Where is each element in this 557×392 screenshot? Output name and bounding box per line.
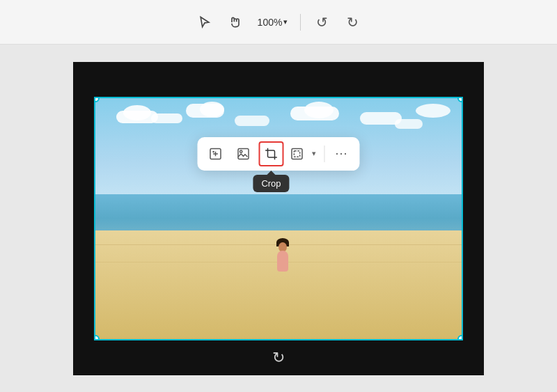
- zoom-chevron-icon: ▾: [283, 17, 288, 26]
- handle-bottom-right[interactable]: [457, 335, 463, 340]
- replace-image-button[interactable]: [231, 141, 256, 166]
- svg-rect-2: [238, 148, 249, 159]
- add-image-button[interactable]: [203, 141, 228, 166]
- svg-point-1: [212, 150, 214, 152]
- beach-image: [95, 98, 462, 339]
- svg-rect-5: [294, 150, 299, 156]
- zoom-value: 100%: [258, 17, 283, 28]
- mask-dropdown-button[interactable]: ▾: [308, 141, 320, 166]
- mask-button-group: ▾: [287, 141, 320, 166]
- top-toolbar: 100% ▾ ↺ ↻: [0, 0, 557, 45]
- redo-button[interactable]: ↻: [340, 10, 365, 35]
- select-tool-button[interactable]: [192, 10, 217, 35]
- toolbar-divider: [300, 14, 301, 31]
- redo-icon: ↻: [347, 14, 359, 31]
- bottom-bar: ↻: [73, 340, 484, 375]
- svg-rect-4: [292, 148, 302, 159]
- zoom-selector[interactable]: 100% ▾: [253, 14, 292, 31]
- canvas-area: ↻: [0, 45, 557, 392]
- undo-icon: ↺: [316, 14, 328, 31]
- mask-button[interactable]: [287, 141, 308, 166]
- person: [272, 237, 294, 272]
- more-options-button[interactable]: ···: [329, 141, 354, 166]
- floating-toolbar: Crop ▾ ···: [198, 137, 360, 171]
- slide-container: ↻: [73, 62, 484, 375]
- crop-button[interactable]: Crop: [259, 141, 284, 166]
- more-options-icon: ···: [335, 146, 347, 161]
- undo-button[interactable]: ↺: [309, 10, 334, 35]
- person-body: [277, 251, 288, 272]
- floating-toolbar-divider: [324, 146, 325, 162]
- image-frame[interactable]: [94, 97, 463, 340]
- refresh-icon: ↻: [272, 349, 285, 367]
- hand-tool-button[interactable]: [223, 10, 248, 35]
- handle-top-right[interactable]: [457, 97, 463, 102]
- svg-point-3: [240, 150, 242, 152]
